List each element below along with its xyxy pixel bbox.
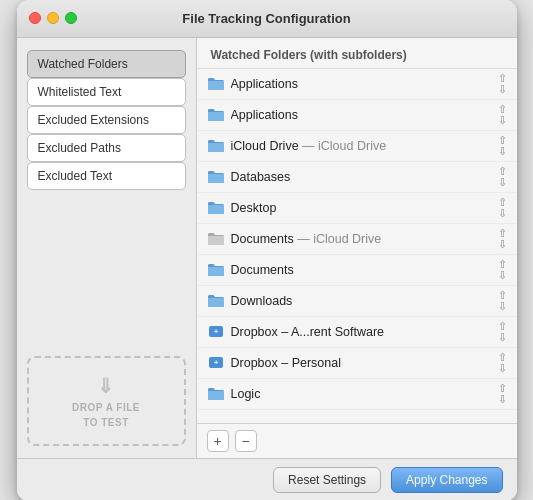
main-window: File Tracking Configuration Watched Fold… bbox=[17, 0, 517, 500]
folder-list[interactable]: Applications⇧⇩ Applications⇧⇩ iCloud Dri… bbox=[197, 69, 517, 423]
folder-item[interactable]: Applications⇧⇩ bbox=[197, 69, 517, 100]
stepper-control[interactable]: ⇧⇩ bbox=[498, 228, 507, 250]
stepper-control[interactable]: ⇧⇩ bbox=[498, 104, 507, 126]
stepper-control[interactable]: ⇧⇩ bbox=[498, 290, 507, 312]
stepper-control[interactable]: ⇧⇩ bbox=[498, 383, 507, 405]
stepper-control[interactable]: ⇧⇩ bbox=[498, 259, 507, 281]
stepper-control[interactable]: ⇧⇩ bbox=[498, 73, 507, 95]
folder-name: Documents — iCloud Drive bbox=[231, 232, 494, 246]
folder-icon bbox=[207, 232, 225, 246]
folder-name: Databases bbox=[231, 170, 494, 184]
folder-name: Applications bbox=[231, 108, 494, 122]
drop-zone-line1: DROP A FILE bbox=[72, 402, 140, 413]
traffic-lights bbox=[29, 12, 77, 24]
folder-item[interactable]: Documents⇧⇩ bbox=[197, 255, 517, 286]
svg-text:+: + bbox=[213, 327, 218, 336]
stepper-control[interactable]: ⇧⇩ bbox=[498, 135, 507, 157]
folder-name: Downloads bbox=[231, 294, 494, 308]
apply-changes-button[interactable]: Apply Changes bbox=[391, 467, 502, 493]
folder-icon: + bbox=[207, 356, 225, 370]
folder-item[interactable]: + Dropbox – Personal⇧⇩ bbox=[197, 348, 517, 379]
bottom-bar: Reset Settings Apply Changes bbox=[17, 458, 517, 501]
stepper-control[interactable]: ⇧⇩ bbox=[498, 321, 507, 343]
drop-zone-line2: TO TEST bbox=[83, 417, 129, 428]
sidebar-btn-watched-folders[interactable]: Watched Folders bbox=[27, 50, 186, 78]
window-title: File Tracking Configuration bbox=[182, 11, 350, 26]
panel-footer: + − bbox=[197, 423, 517, 458]
folder-icon bbox=[207, 170, 225, 184]
folder-name: Desktop bbox=[231, 201, 494, 215]
reset-settings-button[interactable]: Reset Settings bbox=[273, 467, 381, 493]
sidebar: Watched FoldersWhitelisted TextExcluded … bbox=[17, 38, 197, 458]
folder-item[interactable]: Downloads⇧⇩ bbox=[197, 286, 517, 317]
minimize-button[interactable] bbox=[47, 12, 59, 24]
folder-icon bbox=[207, 263, 225, 277]
drop-icon: ⇓ bbox=[97, 374, 115, 398]
folder-name: Documents bbox=[231, 263, 494, 277]
folder-item[interactable]: Desktop⇧⇩ bbox=[197, 193, 517, 224]
folder-item[interactable]: Logic⇧⇩ bbox=[197, 379, 517, 410]
folder-icon bbox=[207, 139, 225, 153]
folder-item[interactable]: iCloud Drive — iCloud Drive⇧⇩ bbox=[197, 131, 517, 162]
remove-button[interactable]: − bbox=[235, 430, 257, 452]
folder-name: iCloud Drive — iCloud Drive bbox=[231, 139, 494, 153]
titlebar: File Tracking Configuration bbox=[17, 0, 517, 38]
folder-icon bbox=[207, 294, 225, 308]
main-content: Watched FoldersWhitelisted TextExcluded … bbox=[17, 38, 517, 458]
folder-item[interactable]: Databases⇧⇩ bbox=[197, 162, 517, 193]
stepper-control[interactable]: ⇧⇩ bbox=[498, 166, 507, 188]
stepper-control[interactable]: ⇧⇩ bbox=[498, 352, 507, 374]
folder-item[interactable]: Documents — iCloud Drive⇧⇩ bbox=[197, 224, 517, 255]
folder-icon bbox=[207, 77, 225, 91]
sidebar-btn-whitelisted-text[interactable]: Whitelisted Text bbox=[27, 78, 186, 106]
folder-item[interactable]: Applications⇧⇩ bbox=[197, 100, 517, 131]
folder-icon bbox=[207, 108, 225, 122]
close-button[interactable] bbox=[29, 12, 41, 24]
stepper-control[interactable]: ⇧⇩ bbox=[498, 197, 507, 219]
panel-header: Watched Folders (with subfolders) bbox=[197, 38, 517, 69]
folder-name: Dropbox – A...rent Software bbox=[231, 325, 494, 339]
folder-icon: + bbox=[207, 325, 225, 339]
sidebar-btn-excluded-extensions[interactable]: Excluded Extensions bbox=[27, 106, 186, 134]
add-button[interactable]: + bbox=[207, 430, 229, 452]
folder-name: Dropbox – Personal bbox=[231, 356, 494, 370]
right-panel: Watched Folders (with subfolders) Applic… bbox=[197, 38, 517, 458]
sidebar-btn-excluded-paths[interactable]: Excluded Paths bbox=[27, 134, 186, 162]
folder-icon bbox=[207, 201, 225, 215]
folder-icon bbox=[207, 387, 225, 401]
folder-name: Logic bbox=[231, 387, 494, 401]
drop-zone[interactable]: ⇓ DROP A FILE TO TEST bbox=[27, 356, 186, 446]
folder-name: Applications bbox=[231, 77, 494, 91]
svg-text:+: + bbox=[213, 358, 218, 367]
maximize-button[interactable] bbox=[65, 12, 77, 24]
sidebar-btn-excluded-text[interactable]: Excluded Text bbox=[27, 162, 186, 190]
folder-item[interactable]: + Dropbox – A...rent Software⇧⇩ bbox=[197, 317, 517, 348]
